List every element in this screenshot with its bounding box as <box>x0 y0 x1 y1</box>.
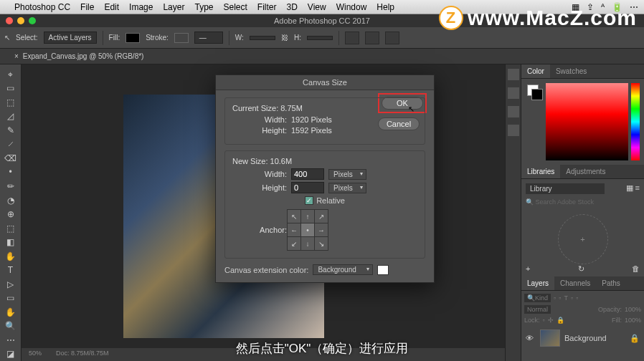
doc-tab-label: Expand_Canvas.jpg @ 50% (RGB/8*) <box>23 52 144 60</box>
trash-icon[interactable]: 🗑 <box>632 264 640 274</box>
extension-color-swatch[interactable] <box>377 265 389 275</box>
search-stock[interactable]: 🔍 Search Adobe Stock <box>526 198 640 206</box>
extension-color-dropdown[interactable]: Background <box>313 264 372 275</box>
menu-edit[interactable]: Edit <box>104 2 119 12</box>
libraries-panel: Library ▦ ≡ 🔍 Search Adobe Stock + +↻🗑 <box>521 179 644 276</box>
select-dropdown[interactable]: Active Layers <box>44 32 97 44</box>
clone-tool[interactable]: ✏ <box>0 179 21 193</box>
color-panel <box>521 79 644 165</box>
gradient-tool[interactable]: ⬚ <box>0 221 21 236</box>
dodge-tool[interactable]: ✋ <box>0 249 21 264</box>
anchor-l[interactable]: ← <box>288 223 300 236</box>
toolbox: ⌖ ▭ ⬚ ◿ ✎ ⟋ ⌫ • ✏ ◔ ⊕ ⬚ ◧ ✋ T ▷ ▭ ✋ 🔍 ⋯ … <box>0 64 22 361</box>
anchor-label: Anchor: <box>232 226 287 234</box>
h-label: H: <box>294 34 301 42</box>
anchor-b[interactable]: ↓ <box>301 237 314 250</box>
zoom-tool[interactable]: 🔍 <box>0 319 21 334</box>
blur-tool[interactable]: ◧ <box>0 235 21 249</box>
tab-channels[interactable]: Channels <box>554 276 596 290</box>
menu-filter[interactable]: Filter <box>257 2 277 12</box>
eyedropper-tool[interactable]: ⟋ <box>0 138 21 152</box>
anchor-grid[interactable]: ↖ ↑ ↗ ← • → ↙ ↓ ↘ <box>287 209 328 251</box>
add-icon[interactable]: + <box>526 264 530 274</box>
crop-tool[interactable]: ✎ <box>0 123 21 138</box>
menu-help[interactable]: Help <box>377 2 394 12</box>
height-unit-dropdown[interactable]: Pixels <box>328 183 366 193</box>
hand-tool[interactable]: ✋ <box>0 305 21 319</box>
anchor-tl[interactable]: ↖ <box>288 210 300 223</box>
menu-layer[interactable]: Layer <box>163 2 184 12</box>
menu-select[interactable]: Select <box>223 2 247 12</box>
height-input[interactable] <box>291 182 324 193</box>
panel-icon[interactable] <box>508 125 519 136</box>
relative-checkbox[interactable]: ✓ <box>305 196 313 205</box>
minimize-window[interactable] <box>17 17 24 24</box>
menu-image[interactable]: Image <box>129 2 153 12</box>
color-field[interactable] <box>546 83 628 160</box>
quick-select-tool[interactable]: ◿ <box>0 110 21 124</box>
tab-paths[interactable]: Paths <box>596 276 626 290</box>
current-size-label: Current Size: 8.75M <box>232 104 417 112</box>
history-brush-tool[interactable]: ◔ <box>0 193 21 208</box>
menu-file[interactable]: File <box>80 2 94 12</box>
stroke-width[interactable]: — <box>194 32 223 44</box>
menu-app[interactable]: Photoshop CC <box>14 2 70 12</box>
move-tool[interactable]: ⌖ <box>0 67 21 82</box>
link-icon[interactable]: ⛓ <box>281 34 288 42</box>
align-button[interactable] <box>345 32 359 44</box>
tab-adjustments[interactable]: Adjustments <box>560 165 611 178</box>
tab-swatches[interactable]: Swatches <box>550 64 592 78</box>
stroke-label: Stroke: <box>146 34 169 42</box>
document-tab[interactable]: × Expand_Canvas.jpg @ 50% (RGB/8*) <box>0 49 644 64</box>
tab-color[interactable]: Color <box>521 64 550 78</box>
anchor-bl[interactable]: ↙ <box>288 237 300 250</box>
hue-slider[interactable] <box>631 83 640 160</box>
menu-window[interactable]: Window <box>336 2 367 12</box>
width-input[interactable] <box>291 168 324 180</box>
relative-label: Relative <box>316 196 345 205</box>
view-icons[interactable]: ▦ ≡ <box>626 183 640 193</box>
blend-mode[interactable]: Normal <box>524 305 551 314</box>
menu-view[interactable]: View <box>308 2 326 12</box>
zoom-window[interactable] <box>29 17 36 24</box>
menu-type[interactable]: Type <box>194 2 213 12</box>
healing-tool[interactable]: ⌫ <box>0 151 21 165</box>
shape-tool[interactable]: ▭ <box>0 292 21 306</box>
eraser-tool[interactable]: ⊕ <box>0 207 21 221</box>
close-window[interactable] <box>6 17 13 24</box>
kind-filter[interactable]: 🔍Kind <box>524 294 551 302</box>
marquee-tool[interactable]: ▭ <box>0 82 21 96</box>
tab-libraries[interactable]: Libraries <box>521 165 560 178</box>
anchor-br[interactable]: ↘ <box>315 237 328 250</box>
anchor-r[interactable]: → <box>315 223 328 236</box>
align-button[interactable] <box>385 32 399 44</box>
window-controls[interactable] <box>6 17 36 24</box>
width-unit-dropdown[interactable]: Pixels <box>328 169 366 180</box>
w-input[interactable] <box>250 36 275 40</box>
background-color[interactable] <box>531 89 543 100</box>
arrow-icon: ↖ <box>4 34 10 42</box>
close-tab-icon[interactable]: × <box>14 52 19 60</box>
stroke-swatch[interactable] <box>174 33 189 43</box>
brush-tool[interactable]: • <box>0 165 21 180</box>
panel-icon[interactable] <box>508 106 519 117</box>
anchor-c[interactable]: • <box>301 223 314 236</box>
anchor-t[interactable]: ↑ <box>301 210 314 223</box>
menu-3d[interactable]: 3D <box>287 2 298 12</box>
sync-icon[interactable]: ↻ <box>578 264 584 274</box>
current-width: 1920 Pixels <box>291 115 332 124</box>
panel-icon[interactable] <box>508 87 519 99</box>
panel-icon[interactable] <box>508 69 519 80</box>
tab-layers[interactable]: Layers <box>521 276 554 290</box>
fill-label: Fill: <box>109 34 120 42</box>
lasso-tool[interactable]: ⬚ <box>0 95 21 110</box>
add-content-drop[interactable]: + <box>558 214 608 264</box>
type-tool[interactable]: T <box>0 263 21 277</box>
library-dropdown[interactable]: Library <box>526 183 605 194</box>
align-button[interactable] <box>365 32 379 44</box>
h-input[interactable] <box>307 36 333 40</box>
path-tool[interactable]: ▷ <box>0 277 21 292</box>
height-label: Height: <box>232 126 287 135</box>
fill-swatch[interactable] <box>126 33 140 43</box>
anchor-tr[interactable]: ↗ <box>315 210 328 223</box>
